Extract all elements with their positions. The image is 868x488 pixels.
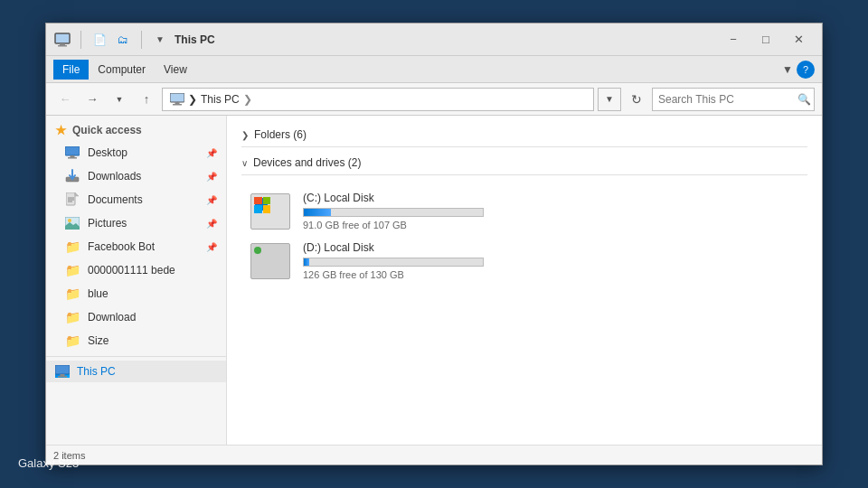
drive-d-icon xyxy=(249,242,292,280)
right-panel: ❯ Folders (6) ∨ Devices and drives (2) xyxy=(227,116,822,445)
sidebar-item-downloads[interactable]: Downloads 📌 xyxy=(46,164,226,188)
folders-section-label: Folders (6) xyxy=(254,128,307,141)
sidebar-item-this-pc[interactable]: This PC xyxy=(46,361,226,382)
svg-rect-3 xyxy=(170,93,184,102)
svg-rect-0 xyxy=(55,33,70,43)
pictures-icon xyxy=(64,216,80,230)
folder-icon: 🗂 xyxy=(114,31,132,49)
devices-section-header[interactable]: ∨ Devices and drives (2) xyxy=(241,151,807,175)
folder-icon-fb: 📁 xyxy=(64,239,80,254)
sidebar-item-documents-label: Documents xyxy=(88,193,143,206)
sidebar-item-size-label: Size xyxy=(88,334,108,347)
forward-button[interactable]: → xyxy=(80,88,104,111)
document-icon: 📄 xyxy=(90,31,108,49)
back-button[interactable]: ← xyxy=(53,88,77,111)
svg-rect-7 xyxy=(71,155,75,157)
search-box[interactable]: 🔍 xyxy=(652,88,815,111)
path-text: ❯ xyxy=(188,93,197,106)
pin-icon-2: 📌 xyxy=(206,172,217,182)
sidebar-item-blue-label: blue xyxy=(88,287,108,300)
star-icon: ★ xyxy=(55,123,67,137)
path-chevron: ❯ xyxy=(243,93,252,106)
drive-list: (C:) Local Disk 91.0 GB free of 107 GB xyxy=(241,179,807,293)
drive-d-info: (D:) Local Disk 126 GB free of 130 GB xyxy=(303,241,800,280)
drive-c-bar xyxy=(303,208,484,217)
dropdown-button[interactable]: ▼ xyxy=(108,88,131,111)
sidebar-item-desktop[interactable]: Desktop 📌 xyxy=(46,141,226,164)
folders-section-header[interactable]: ❯ Folders (6) xyxy=(241,123,807,147)
download-icon xyxy=(64,169,80,183)
address-bar: ← → ▼ ↑ ❯ This PC ❯ ▼ ↻ 🔍 xyxy=(46,83,822,116)
sidebar-item-desktop-label: Desktop xyxy=(88,146,127,159)
pin-icon-3: 📌 xyxy=(206,195,217,205)
sidebar: ★ Quick access Desktop 📌 xyxy=(46,116,227,445)
svg-rect-1 xyxy=(60,43,65,45)
svg-rect-4 xyxy=(175,102,180,104)
refresh-button[interactable]: ↻ xyxy=(625,88,648,111)
search-input[interactable] xyxy=(658,93,794,106)
computer-icon xyxy=(53,31,71,49)
sidebar-divider xyxy=(46,356,226,357)
sidebar-item-facebook-bot[interactable]: 📁 Facebook Bot 📌 xyxy=(46,235,226,258)
sidebar-item-0000001111[interactable]: 📁 0000001111 bede xyxy=(46,258,226,282)
chevron-down-icon[interactable]: ▼ xyxy=(782,63,793,76)
maximize-button[interactable]: □ xyxy=(750,27,782,52)
folder-icon-dl: 📁 xyxy=(64,310,80,324)
devices-section-label: Devices and drives (2) xyxy=(253,156,361,169)
desktop-watermark: Galaxy S23 xyxy=(18,456,79,470)
path-thispc: This PC xyxy=(201,93,240,106)
drive-c-fill xyxy=(304,209,331,216)
drive-c-info: (C:) Local Disk 91.0 GB free of 107 GB xyxy=(303,192,800,230)
sidebar-item-pictures[interactable]: Pictures 📌 xyxy=(46,211,226,235)
svg-rect-10 xyxy=(66,192,75,205)
drive-d-bar xyxy=(303,258,484,267)
explorer-window: 📄 🗂 ▼ This PC − □ ✕ File Computer View ▼… xyxy=(45,23,823,465)
sidebar-item-facebook-bot-label: Facebook Bot xyxy=(88,240,155,253)
close-button[interactable]: ✕ xyxy=(782,27,815,52)
menu-view[interactable]: View xyxy=(155,60,196,80)
pin-icon-4: 📌 xyxy=(206,219,217,229)
svg-rect-16 xyxy=(55,365,70,374)
drive-c-icon xyxy=(249,192,292,230)
sidebar-item-size[interactable]: 📁 Size xyxy=(46,329,226,352)
drive-d-name: (D:) Local Disk xyxy=(303,241,800,254)
status-bar: 2 items xyxy=(46,445,822,465)
minimize-button[interactable]: − xyxy=(717,27,750,52)
menu-file[interactable]: File xyxy=(53,60,89,80)
quick-access-header[interactable]: ★ Quick access xyxy=(46,116,226,141)
drive-d-fill xyxy=(304,258,309,266)
this-pc-label: This PC xyxy=(77,365,116,378)
folder-icon-blue: 📁 xyxy=(64,286,80,301)
svg-rect-17 xyxy=(61,374,65,376)
expand-icon[interactable]: ▼ xyxy=(151,31,169,49)
sidebar-item-pictures-label: Pictures xyxy=(88,217,127,230)
up-button[interactable]: ↑ xyxy=(135,88,158,111)
menu-computer[interactable]: Computer xyxy=(89,60,155,80)
documents-icon xyxy=(64,192,80,207)
svg-point-15 xyxy=(68,219,71,222)
help-icon[interactable]: ? xyxy=(797,61,815,79)
sidebar-item-documents[interactable]: Documents 📌 xyxy=(46,188,226,211)
path-dropdown-button[interactable]: ▼ xyxy=(598,88,621,111)
separator xyxy=(80,31,81,49)
window-controls: − □ ✕ xyxy=(717,27,815,52)
drive-d[interactable]: (D:) Local Disk 126 GB free of 130 GB xyxy=(241,236,807,286)
this-pc-icon xyxy=(55,365,70,378)
drive-c-name: (C:) Local Disk xyxy=(303,192,800,204)
chevron-down-icon-2: ∨ xyxy=(241,158,248,168)
pin-icon: 📌 xyxy=(206,148,217,158)
pin-icon-5: 📌 xyxy=(206,242,217,252)
sidebar-item-download[interactable]: 📁 Download xyxy=(46,305,226,329)
address-path[interactable]: ❯ This PC ❯ xyxy=(162,88,594,111)
svg-rect-6 xyxy=(65,146,80,155)
svg-rect-2 xyxy=(58,45,67,47)
sidebar-item-0000001111-label: 0000001111 bede xyxy=(88,264,175,277)
svg-rect-8 xyxy=(68,157,77,159)
title-bar-icons: 📄 🗂 ▼ xyxy=(53,31,169,49)
desktop-icon xyxy=(64,145,80,160)
drive-d-free: 126 GB free of 130 GB xyxy=(303,269,800,280)
sidebar-item-blue[interactable]: 📁 blue xyxy=(46,282,226,305)
sidebar-item-download-label: Download xyxy=(88,311,136,324)
drive-c-free: 91.0 GB free of 107 GB xyxy=(303,220,800,230)
drive-c[interactable]: (C:) Local Disk 91.0 GB free of 107 GB xyxy=(241,186,807,236)
